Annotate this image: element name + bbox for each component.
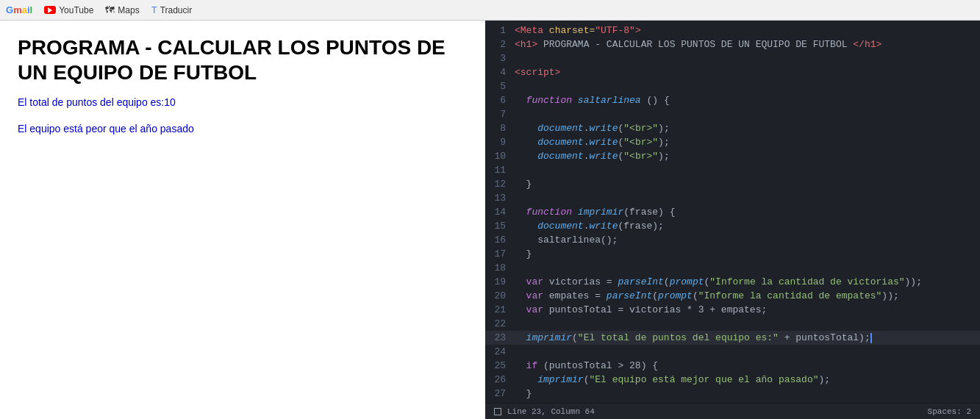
code-editor[interactable]: 1 <Meta charset="UTF-8"> 2 <h1> PROGRAMA… (485, 21, 980, 419)
code-line: 5 (485, 79, 980, 93)
line-number: 7 (485, 107, 515, 121)
line-code: var victorias = parseInt(prompt("Informe… (515, 275, 980, 289)
translate-icon: T (151, 4, 157, 15)
line-code: ímprimir("El equipo está mejor que el añ… (515, 373, 980, 387)
line-number: 16 (485, 233, 515, 247)
status-bar: Line 23, Column 64 Spaces: 2 (485, 403, 980, 419)
maps-label: Maps (118, 5, 139, 15)
code-line: 1 <Meta charset="UTF-8"> (485, 24, 980, 37)
line-code: <script> (515, 65, 980, 79)
line-number: 2 (485, 37, 515, 51)
line-number: 10 (485, 149, 515, 163)
code-line: 25 if (puntosTotal > 28) { (485, 359, 980, 373)
line-number: 26 (485, 373, 515, 387)
code-line: 24 (485, 345, 980, 359)
code-line: 14 function ímprimir(frase) { (485, 205, 980, 219)
line-number: 1 (485, 24, 515, 37)
translate-link[interactable]: T Traducir (151, 4, 193, 15)
line-number: 21 (485, 303, 515, 317)
preview-line2: El equipo está peor que el año pasado (18, 123, 468, 135)
youtube-icon (44, 6, 56, 14)
line-code: ímprimir("El total de puntos del equipo … (515, 331, 980, 345)
line-code: if (puntosTotal > 28) { (515, 359, 980, 373)
line-number: 27 (485, 387, 515, 401)
status-spaces: Spaces: 2 (928, 407, 971, 416)
code-line: 18 (485, 261, 980, 275)
line-code: document.write("<br>"); (515, 135, 980, 149)
line-code: var puntosTotal = victorias * 3 + empate… (515, 303, 980, 317)
youtube-link[interactable]: YouTube (44, 5, 93, 15)
maps-link[interactable]: 🗺 Maps (105, 4, 139, 15)
line-number: 13 (485, 191, 515, 205)
browser-bar: Gmail YouTube 🗺 Maps T Traducir (0, 0, 980, 21)
code-line: 17 } (485, 247, 980, 261)
preview-line1: El total de puntos del equipo es:10 (18, 96, 468, 108)
line-number: 19 (485, 275, 515, 289)
code-line-active: 23 ímprimir("El total de puntos del equi… (485, 331, 980, 345)
line-code: document.write("<br>"); (515, 121, 980, 135)
google-icon: Gmail (6, 4, 32, 15)
code-line: 27 } (485, 387, 980, 401)
maps-icon: 🗺 (105, 4, 115, 15)
line-number: 6 (485, 93, 515, 107)
code-line: 26 ímprimir("El equipo está mejor que el… (485, 373, 980, 387)
code-line: 11 (485, 163, 980, 177)
line-code: document.write("<br>"); (515, 149, 980, 163)
line-number: 22 (485, 317, 515, 331)
code-line: 8 document.write("<br>"); (485, 121, 980, 135)
line-code: function ímprimir(frase) { (515, 205, 980, 219)
status-left: Line 23, Column 64 (494, 407, 595, 416)
code-line: 2 <h1> PROGRAMA - CALCULAR LOS PUNTOS DE… (485, 37, 980, 51)
code-line: 15 document.write(frase); (485, 219, 980, 233)
preview-title: PROGRAMA - CALCULAR LOS PUNTOS DE UN EQU… (18, 35, 468, 85)
line-number: 5 (485, 79, 515, 93)
preview-pane: PROGRAMA - CALCULAR LOS PUNTOS DE UN EQU… (0, 21, 485, 419)
translate-label: Traducir (160, 5, 193, 15)
line-code: } (515, 247, 980, 261)
code-line: 19 var victorias = parseInt(prompt("Info… (485, 275, 980, 289)
cursor-position: Line 23, Column 64 (507, 407, 595, 416)
code-line: 4 <script> (485, 65, 980, 79)
line-code: function saltarlinea () { (515, 93, 980, 107)
code-content[interactable]: 1 <Meta charset="UTF-8"> 2 <h1> PROGRAMA… (485, 21, 980, 403)
line-number: 17 (485, 247, 515, 261)
line-number: 25 (485, 359, 515, 373)
gmail-link[interactable]: Gmail (6, 4, 32, 15)
line-number: 12 (485, 177, 515, 191)
code-line: 6 function saltarlinea () { (485, 93, 980, 107)
status-square-icon (494, 408, 501, 415)
line-number: 8 (485, 121, 515, 135)
code-line: 7 (485, 107, 980, 121)
line-number: 23 (485, 331, 515, 345)
line-code: document.write(frase); (515, 219, 980, 233)
code-line: 12 } (485, 177, 980, 191)
youtube-label: YouTube (59, 5, 93, 15)
code-line: 16 saltarlinea(); (485, 233, 980, 247)
code-line: 21 var puntosTotal = victorias * 3 + emp… (485, 303, 980, 317)
line-number: 9 (485, 135, 515, 149)
line-number: 24 (485, 345, 515, 359)
line-number: 3 (485, 51, 515, 65)
line-code: saltarlinea(); (515, 233, 980, 247)
code-line: 10 document.write("<br>"); (485, 149, 980, 163)
code-line: 13 (485, 191, 980, 205)
code-line: 20 var empates = parseInt(prompt("Inform… (485, 289, 980, 303)
line-code: } (515, 387, 980, 401)
line-code: <h1> PROGRAMA - CALCULAR LOS PUNTOS DE U… (515, 37, 980, 51)
line-number: 14 (485, 205, 515, 219)
main-area: PROGRAMA - CALCULAR LOS PUNTOS DE UN EQU… (0, 21, 980, 419)
code-line: 3 (485, 51, 980, 65)
line-code: } (515, 177, 980, 191)
line-number: 4 (485, 65, 515, 79)
code-line: 22 (485, 317, 980, 331)
line-number: 15 (485, 219, 515, 233)
line-number: 11 (485, 163, 515, 177)
line-number: 20 (485, 289, 515, 303)
code-line: 9 document.write("<br>"); (485, 135, 980, 149)
line-code: <Meta charset="UTF-8"> (515, 24, 980, 37)
line-number: 18 (485, 261, 515, 275)
line-code: var empates = parseInt(prompt("Informe l… (515, 289, 980, 303)
